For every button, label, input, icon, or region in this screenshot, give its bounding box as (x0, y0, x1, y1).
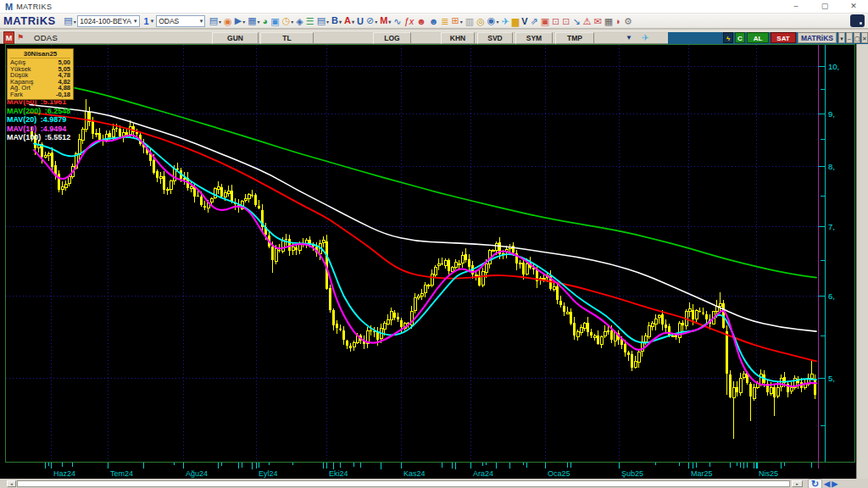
svg-text:Eki24: Eki24 (329, 469, 348, 478)
chart-titlebar: M ⚑ ODAS GUNTLLOGKHNSVDSYMTMP ▼ ✈ ϟ C AL… (0, 30, 868, 44)
cascade-icon[interactable]: ↘ (573, 14, 581, 28)
twitter-icon[interactable]: ✈ (642, 31, 648, 44)
clock-icon[interactable]: ◷▾ (282, 14, 294, 29)
fx-icon[interactable]: ƒx (404, 14, 415, 28)
zoom-icon[interactable]: ◉ (224, 14, 232, 28)
matriks-m-icon[interactable]: M▾ (380, 14, 391, 29)
chart-mode-button-tmp[interactable]: TMP (555, 32, 594, 44)
scroll-left-button[interactable]: ◂ (7, 480, 16, 487)
chart-body: 10,9,8,7,6,5,Haz24Tem24Ağu24Eyl24Eki24Ka… (0, 44, 868, 479)
slash-icon[interactable]: ⊘▾ (366, 14, 377, 29)
mail-icon[interactable]: ✉ (594, 14, 602, 28)
notes-icon[interactable]: ▆ (512, 14, 519, 28)
chart-mode-button-tl[interactable]: TL (260, 32, 314, 44)
symbol-combo[interactable]: ODAS▾ (156, 15, 205, 27)
stats-icon[interactable]: ≣ (441, 14, 448, 28)
svg-text:Ara24: Ara24 (473, 469, 493, 478)
matriks-brand-plate: MATRiKS (798, 32, 837, 43)
hscrollbar-thumb[interactable] (17, 480, 790, 487)
handshake-icon[interactable]: ◈ (296, 14, 303, 28)
line-chart-icon[interactable]: ∿ (393, 14, 401, 28)
svg-text:5,: 5, (828, 374, 835, 383)
chart-mode-button-khn[interactable]: KHN (441, 32, 475, 44)
maximize-button[interactable]: ▢ (810, 0, 839, 13)
mav-legend: MAV(50) :5.1961MAV(200) :6.2548MAV(20) :… (7, 97, 70, 142)
workspace-combo[interactable]: 1024-100-BEYA▾ (77, 15, 139, 27)
twitter-icon[interactable]: ✈ (501, 14, 509, 28)
toolbar-icons: ▤▾◉▶▾▦▾◕▣◷▾◈☰▤▾B▾A▾U⊘▾M▾∿ƒx☻☻≣⊞▾▥◎◉▾✈▆V⇗… (208, 14, 633, 29)
chevron-down-icon: ▾ (200, 18, 203, 25)
chart-maximize-button[interactable]: ▢ (854, 32, 860, 43)
ma-line-mav200 (30, 79, 816, 278)
svg-text:Oca25: Oca25 (548, 469, 570, 478)
save-icon[interactable]: ▤▾ (64, 14, 75, 29)
chart-cursor-icon[interactable]: ⇗ (530, 14, 537, 28)
chevron-down-icon: ▾ (326, 15, 329, 29)
buy-button[interactable]: AL (747, 32, 769, 43)
orderbook-icon[interactable]: ▤▾ (317, 14, 329, 29)
chart-dropdown-button[interactable]: ▾ (838, 32, 845, 43)
bold-b-icon[interactable]: B▾ (331, 14, 342, 29)
page-next-icon[interactable]: ▶ (832, 480, 837, 488)
chart-menu-caret-icon[interactable]: ▼ (626, 31, 632, 44)
calculator-icon[interactable]: ▦ (604, 14, 613, 28)
search-icon[interactable]: ◉▾ (487, 14, 499, 29)
y-axis: 10,9,8,7,6,5, (818, 45, 839, 462)
right-edge-strip (856, 44, 868, 479)
matriks-wordmark: MATRiKS (3, 14, 56, 27)
close-button[interactable]: ✕ (839, 0, 868, 13)
alarm-icon[interactable]: ⚠ (583, 14, 592, 28)
monitor-icon[interactable]: ▣ (270, 14, 279, 28)
people-icon[interactable]: ☻ (429, 14, 439, 28)
documents-icon[interactable]: ▥ (465, 14, 474, 28)
price-chart[interactable]: 10,9,8,7,6,5,Haz24Tem24Ağu24Eyl24Eki24Ka… (0, 44, 856, 479)
symbol-flag-icon: ⚑ (17, 31, 24, 44)
coins-icon[interactable]: ◎ (476, 14, 485, 28)
chart-mode-button-gun[interactable]: GUN (212, 32, 259, 44)
period-combo[interactable]: 1 (144, 16, 149, 26)
matriks-logo-icon: M (5, 1, 13, 13)
pie-chart-icon[interactable]: ◕ (263, 14, 269, 28)
chart-minimize-button[interactable]: – (846, 32, 853, 43)
archive-icon[interactable]: ⊞▾ (452, 14, 463, 29)
chart-symbol-label: ODAS (34, 31, 58, 44)
window-icon[interactable]: ⊡ (552, 14, 559, 28)
sell-button[interactable]: SAT (771, 32, 796, 43)
screen-icon[interactable]: ▣ (541, 14, 549, 28)
chart-mode-button-log[interactable]: LOG (373, 32, 411, 44)
page-prev-icon[interactable]: ◀ (824, 480, 830, 488)
svg-text:6,: 6, (828, 291, 835, 301)
letter-u-icon[interactable]: U (357, 14, 364, 28)
chevron-down-icon: ▾ (151, 18, 154, 25)
side-panel-button[interactable] (850, 14, 865, 27)
ma-line-mav10 (34, 136, 816, 387)
settings-icon[interactable]: ⚙ (624, 14, 632, 28)
window2-icon[interactable]: ⊡ (562, 14, 570, 28)
info-box-date: 30Nisan25 (10, 50, 70, 58)
letter-v-icon[interactable]: V (521, 14, 527, 28)
svg-text:Tem24: Tem24 (110, 469, 133, 478)
chevron-down-icon: ▾ (242, 15, 245, 29)
refresh-data-icon[interactable]: ↻ (808, 479, 822, 488)
mav-legend-row: MAV(20) :4.9879 (7, 115, 70, 125)
quick-trade-icon[interactable]: ϟ (723, 32, 733, 43)
person-icon[interactable]: ☻ (416, 14, 426, 28)
window-title: MATRIKS (16, 3, 52, 11)
cursor-tool-icon[interactable]: ▶▾ (235, 14, 245, 29)
info-row-fark: Fark-0,18 (10, 92, 70, 98)
chart-mode-button-svd[interactable]: SVD (477, 32, 513, 44)
matriks-app-window: M MATRIKS – ▢ ✕ MATRiKS ▤▾ 1024-100-BEYA… (0, 0, 868, 488)
svg-text:Şub25: Şub25 (621, 469, 643, 478)
save-icon[interactable]: ▤▾ (209, 14, 221, 29)
chart-close-button[interactable]: ✕ (861, 32, 868, 43)
chat-icon[interactable]: ◗ (615, 14, 621, 28)
chevron-down-icon: ▾ (258, 15, 260, 29)
chart-mode-button-sym[interactable]: SYM (515, 32, 553, 44)
minimize-button[interactable]: – (782, 0, 810, 13)
refresh-button[interactable]: C (735, 32, 745, 43)
letter-a-icon[interactable]: A▾ (344, 14, 354, 29)
depth-bars-icon[interactable]: ☰ (306, 14, 314, 28)
bar-chart-icon[interactable]: ▦▾ (248, 14, 259, 29)
scroll-right-button[interactable]: ▸ (792, 480, 803, 487)
x-axis: Haz24Tem24Ağu24Eyl24Eki24Kas24Ara24Oca25… (5, 463, 855, 479)
